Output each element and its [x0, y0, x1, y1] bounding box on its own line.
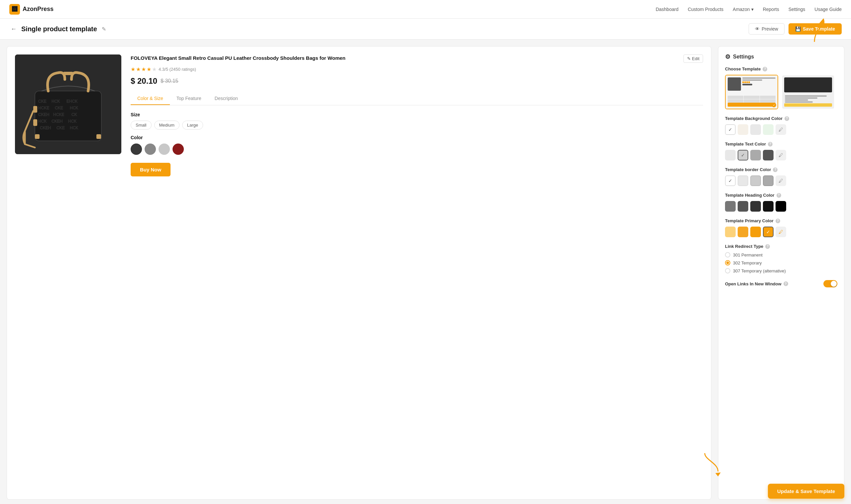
tc-stars [742, 82, 776, 83]
edit-title-button[interactable]: ✎ [101, 24, 107, 34]
border-swatch-dark[interactable] [763, 176, 774, 186]
tab-description[interactable]: Description [208, 92, 245, 105]
brand[interactable]: 🅰 AzonPress [9, 4, 54, 15]
primary-swatch-selected[interactable]: ✓ [763, 227, 774, 237]
nav-reports[interactable]: Reports [763, 7, 779, 12]
tab-top-feature[interactable]: Top Feature [170, 92, 208, 105]
border-swatch-med[interactable] [750, 176, 761, 186]
text-swatch-light[interactable] [725, 150, 735, 160]
text-swatch-dark[interactable] [763, 150, 774, 160]
heading-swatch-black[interactable] [763, 201, 774, 212]
nav-settings[interactable]: Settings [788, 7, 805, 12]
color-grey[interactable] [145, 144, 156, 155]
template-card-1[interactable]: ✓ [725, 75, 778, 109]
nav-amazon[interactable]: Amazon ▾ [733, 7, 753, 12]
back-button[interactable]: ← [9, 24, 18, 34]
svg-rect-2 [63, 72, 73, 75]
tab-color-size[interactable]: Color & Size [131, 92, 170, 105]
check-icon-3: ✓ [728, 178, 732, 183]
bg-color-swatches: ✓ 🖊 [725, 124, 837, 135]
bg-swatch-white[interactable]: ✓ [725, 124, 735, 135]
text-color-help[interactable]: ? [768, 142, 773, 146]
product-image: CKE HCK EHCK HCKE CKE HCK CKEH HCKE CK H… [15, 54, 121, 154]
open-links-label: Open Links In New Window ? [725, 282, 788, 286]
primary-color-help[interactable]: ? [776, 219, 780, 223]
border-swatch-white[interactable]: ✓ [725, 176, 735, 186]
redirect-307[interactable]: 307 Temporary (alternative) [725, 268, 837, 273]
nav-custom-products[interactable]: Custom Products [688, 7, 723, 12]
template-card-2-content [784, 77, 832, 107]
tc-lines [742, 77, 776, 85]
save-template-label: Save Template [803, 26, 835, 32]
tc-cell-6 [760, 99, 776, 103]
page-header-right: 👁 Preview 💾 Save Template [749, 23, 842, 35]
primary-swatch-3[interactable] [750, 227, 761, 237]
heading-swatch-med[interactable] [738, 201, 748, 212]
heading-swatch-light[interactable] [725, 201, 735, 212]
redirect-301[interactable]: 301 Permanent [725, 252, 837, 257]
eye-icon: 👁 [755, 26, 760, 32]
svg-text:CKE: CKE [38, 99, 47, 104]
size-large[interactable]: Large [182, 121, 203, 130]
color-red[interactable] [173, 144, 184, 155]
product-edit-button[interactable]: ✎ Edit [684, 54, 703, 63]
template-card-1-content [728, 77, 776, 107]
tc2-line3 [785, 99, 808, 101]
open-links-toggle[interactable] [823, 280, 837, 287]
check-icon-2: ✓ [741, 152, 745, 158]
star-2: ★ [136, 66, 141, 72]
text-swatch-green[interactable]: ✓ [738, 150, 748, 160]
product-tabs: Color & Size Top Feature Description [131, 92, 703, 105]
price-current: $ 20.10 [131, 76, 157, 86]
bottom-save-bar: Update & Save Template [761, 479, 851, 504]
primary-swatch-eyedrop[interactable]: 🖊 [776, 227, 786, 237]
nav-dashboard[interactable]: Dashboard [656, 7, 678, 12]
page-header: ← Single product template ✎ 👁 Preview 💾 … [0, 19, 851, 39]
bg-swatch-eyedrop[interactable]: 🖊 [776, 124, 786, 135]
choose-template-section: Choose Template ? [725, 67, 837, 109]
text-swatch-med[interactable] [750, 150, 761, 160]
border-color-help[interactable]: ? [773, 167, 778, 172]
svg-text:CKEH: CKEH [38, 112, 49, 117]
star-3: ★ [141, 66, 146, 72]
settings-title: Settings [733, 54, 754, 60]
color-dark[interactable] [131, 144, 142, 155]
radio-301-circle [725, 252, 730, 257]
link-redirect-help[interactable]: ? [765, 244, 770, 249]
size-options: Small Medium Large [131, 121, 703, 130]
choose-template-help[interactable]: ? [763, 67, 767, 71]
heading-swatch-xblack[interactable] [776, 201, 786, 212]
bg-color-help[interactable]: ? [784, 116, 789, 121]
tc2-bar [784, 103, 832, 107]
heading-swatch-dark[interactable] [750, 201, 761, 212]
bg-color-section: Template Background Color ? ✓ 🖊 [725, 116, 837, 135]
primary-swatch-2[interactable] [738, 227, 748, 237]
border-swatch-eyedrop[interactable]: 🖊 [776, 176, 786, 186]
product-title: FOLOVEYA Elegant Small Retro Casual PU L… [131, 54, 684, 61]
text-swatch-eyedrop[interactable]: 🖊 [776, 150, 786, 160]
template-card-2-inner [782, 75, 834, 109]
primary-swatch-1[interactable] [725, 227, 735, 237]
product-inner: CKE HCK EHCK HCKE CKE HCK CKEH HCKE CK H… [15, 54, 703, 176]
check-icon: ✓ [728, 127, 732, 132]
open-links-help[interactable]: ? [783, 282, 788, 286]
buy-now-button[interactable]: Buy Now [131, 163, 171, 176]
settings-header: ⚙ Settings [725, 53, 837, 60]
bg-swatch-cream[interactable] [738, 124, 748, 135]
page-header-left: ← Single product template ✎ [9, 24, 107, 34]
preview-button[interactable]: 👁 Preview [749, 23, 784, 35]
price-original: $ 30.15 [161, 78, 178, 84]
border-swatch-light[interactable] [738, 176, 748, 186]
size-medium[interactable]: Medium [154, 121, 179, 130]
logo-icon: 🅰 [9, 4, 20, 15]
heading-color-help[interactable]: ? [777, 193, 781, 198]
update-save-button[interactable]: Update & Save Template [768, 484, 844, 499]
nav-usage-guide[interactable]: Usage Guide [814, 7, 842, 12]
color-light[interactable] [159, 144, 170, 155]
template-card-2[interactable] [781, 75, 835, 109]
bg-swatch-mint[interactable] [763, 124, 774, 135]
bg-swatch-lightgrey[interactable] [750, 124, 761, 135]
size-small[interactable]: Small [131, 121, 152, 130]
save-template-button[interactable]: 💾 Save Template [788, 23, 842, 35]
redirect-302[interactable]: 302 Temporary [725, 260, 837, 266]
